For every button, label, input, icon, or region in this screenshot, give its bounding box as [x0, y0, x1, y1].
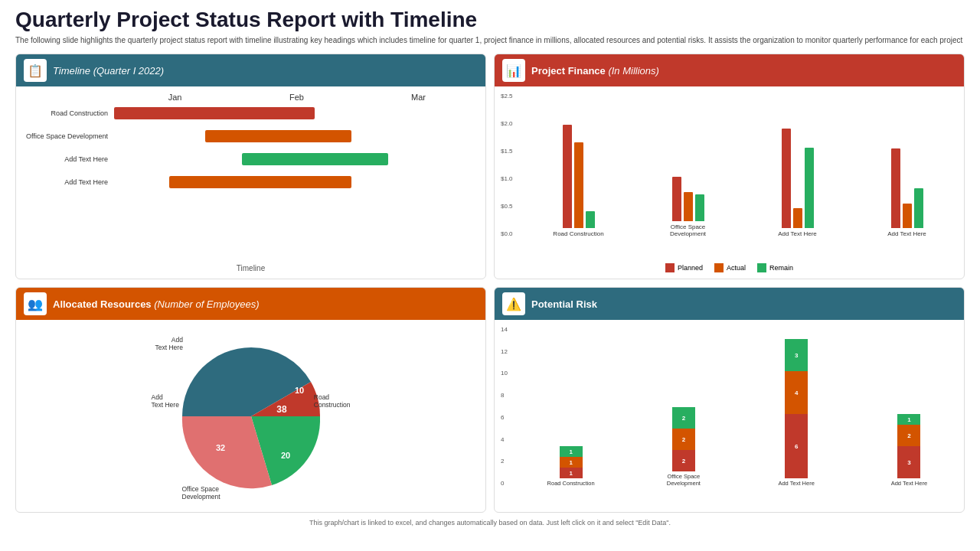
pie-label-add-text-1: AddText Here — [155, 336, 183, 351]
page-description: The following slide highlights the quart… — [15, 35, 965, 46]
finance-group-4-bars — [891, 106, 923, 228]
finance-group-3: Add Text Here — [746, 106, 848, 237]
risk-seg-orange-1: 1 — [560, 457, 583, 468]
risk-seg-orange-4: 2 — [897, 425, 920, 446]
legend-actual-color — [714, 263, 724, 272]
risk-bars: 1 1 1 Road Construction 2 2 2 — [522, 326, 958, 487]
finance-header: 📊 Project Finance (In Millions) — [495, 54, 964, 86]
legend-remain-label: Remain — [769, 264, 793, 272]
footer-note: This graph/chart is linked to excel, and… — [15, 516, 965, 530]
pie-segment-road2 — [182, 347, 251, 416]
risk-seg-green-3: 3 — [785, 339, 808, 371]
timeline-label-4: Add Text Here — [22, 178, 114, 186]
pie-num-38: 38 — [276, 404, 287, 415]
pie-num-20: 20 — [280, 451, 289, 460]
timeline-row-2: Office Space Development — [22, 128, 479, 145]
timeline-rows: Road Construction Office Space Developme… — [22, 105, 479, 259]
risk-seg-green-1: 1 — [560, 446, 583, 457]
finance-group-1: Road Construction — [528, 106, 629, 237]
timeline-title: Timeline (Quarter I 2022) — [53, 65, 164, 77]
month-jan: Jan — [114, 93, 236, 102]
bar-actual-1 — [574, 142, 583, 228]
timeline-body: Jan Feb Mar Road Construction — [16, 86, 485, 279]
bar-remain-2 — [695, 194, 704, 221]
risk-group-3: 6 4 3 Add Text Here — [748, 339, 845, 487]
bar-actual-3 — [793, 208, 802, 228]
legend-planned-label: Planned — [678, 264, 703, 272]
timeline-row-1: Road Construction — [22, 105, 479, 122]
risk-group-1: 1 1 1 Road Construction — [522, 446, 619, 487]
finance-group-2-bars — [672, 99, 704, 221]
y-label-1: $0.5 — [501, 203, 525, 210]
pie-label-add-text-2: AddText Here — [152, 393, 179, 409]
pie-label-office: Office SpaceDevelopment — [182, 485, 220, 500]
finance-bars: Road Construction Office SpaceDevelopmen… — [528, 93, 958, 237]
risk-seg-red-2: 2 — [672, 450, 695, 471]
timeline-bar-area-2 — [114, 128, 479, 145]
timeline-bar-3 — [242, 153, 388, 165]
month-feb: Feb — [236, 93, 358, 102]
bar-remain-3 — [805, 148, 814, 228]
risk-seg-red-4: 3 — [897, 446, 920, 478]
risk-y-axis: 0 2 4 6 8 10 12 14 — [501, 326, 520, 487]
risk-label-2: Office SpaceDevelopment — [667, 473, 701, 487]
resources-card: 👥 Allocated Resources (Number of Employe… — [15, 287, 486, 513]
legend-remain: Remain — [757, 263, 793, 272]
risk-icon: ⚠️ — [502, 292, 525, 315]
finance-group-2: Office SpaceDevelopment — [637, 99, 739, 237]
timeline-footer: Timeline — [22, 264, 479, 272]
risk-seg-green-2: 2 — [672, 407, 695, 429]
timeline-bar-2 — [205, 130, 351, 142]
pie-label-road: RoadConstruction — [314, 393, 351, 409]
page: Quarterly Project Status Report with Tim… — [0, 0, 980, 551]
legend-actual: Actual — [714, 263, 746, 272]
pie-wrapper: 38 10 20 32 AddText Here AddText Here Of… — [152, 332, 351, 500]
timeline-bar-1 — [114, 107, 315, 119]
timeline-label-3: Add Text Here — [22, 155, 114, 163]
timeline-label-1: Road Construction — [22, 109, 114, 117]
finance-label-1: Road Construction — [553, 230, 603, 237]
risk-label-3: Add Text Here — [778, 480, 814, 487]
main-grid: 📋 Timeline (Quarter I 2022) Jan Feb Mar — [15, 54, 965, 513]
finance-card: 📊 Project Finance (In Millions) $0.0 $0.… — [494, 54, 965, 279]
pie-num-10: 10 — [294, 386, 303, 395]
risk-header: ⚠️ Potential Risk — [495, 288, 964, 320]
bar-planned-4 — [891, 148, 900, 228]
risk-seg-orange-3: 4 — [785, 371, 808, 414]
finance-label-3: Add Text Here — [778, 230, 817, 237]
risk-chart-area: 0 2 4 6 8 10 12 14 1 — [501, 326, 958, 506]
bar-planned-1 — [563, 125, 572, 228]
legend-remain-color — [757, 263, 766, 272]
bar-planned-2 — [672, 177, 681, 221]
bar-planned-3 — [782, 129, 791, 228]
timeline-bar-area-1 — [114, 105, 479, 122]
month-mar: Mar — [358, 93, 479, 102]
finance-group-3-bars — [782, 106, 814, 228]
timeline-container: Jan Feb Mar Road Construction — [22, 93, 479, 272]
timeline-label-2: Office Space Development — [22, 132, 114, 140]
timeline-bar-area-3 — [114, 151, 479, 168]
finance-group-4: Add Text Here — [856, 106, 958, 237]
resources-title: Allocated Resources (Number of Employees… — [53, 298, 260, 310]
timeline-bar-4 — [169, 176, 352, 188]
finance-label-2: Office SpaceDevelopment — [670, 223, 706, 237]
risk-seg-orange-2: 2 — [672, 429, 695, 450]
timeline-row-3: Add Text Here — [22, 151, 479, 168]
legend-planned: Planned — [665, 263, 703, 272]
bar-actual-4 — [903, 204, 912, 228]
timeline-icon: 📋 — [24, 59, 47, 82]
risk-stacked-3: 6 4 3 — [785, 339, 808, 478]
risk-label-1: Road Construction — [547, 480, 595, 487]
pie-chart: 38 10 20 32 — [175, 340, 328, 493]
risk-seg-green-4: 1 — [897, 414, 920, 425]
risk-body: 0 2 4 6 8 10 12 14 1 — [495, 320, 964, 512]
risk-group-2: 2 2 2 Office SpaceDevelopment — [635, 407, 732, 487]
finance-body: $0.0 $0.5 $1.0 $1.5 $2.0 $2.5 — [495, 86, 964, 279]
resources-body: 38 10 20 32 AddText Here AddText Here Of… — [16, 320, 485, 512]
y-label-5: $2.5 — [501, 93, 525, 99]
legend-planned-color — [665, 263, 675, 272]
timeline-card: 📋 Timeline (Quarter I 2022) Jan Feb Mar — [15, 54, 486, 279]
bar-actual-2 — [684, 192, 693, 221]
finance-legend: Planned Actual Remain — [501, 263, 958, 272]
y-label-2: $1.0 — [501, 175, 525, 182]
